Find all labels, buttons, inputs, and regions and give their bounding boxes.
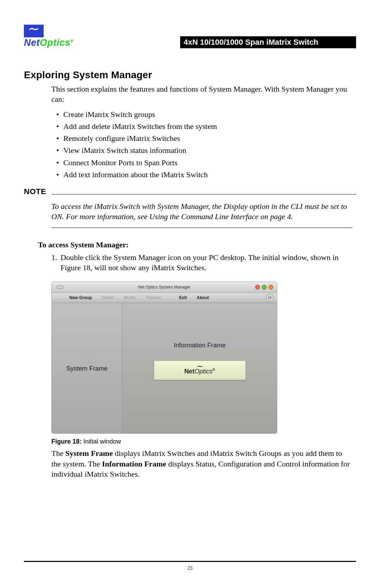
figure-caption: Figure 18: Initial window [51, 438, 353, 445]
figure-18: Net Optics System Manager New Group Dele… [51, 281, 353, 445]
toolbar: New Group Delete Modify Refresh Exit Abo… [52, 293, 277, 303]
logo-text: NetOptics® [24, 37, 74, 48]
note-body: To access the iMatrix Switch with System… [51, 201, 353, 222]
steps-wrap: Double click the System Manager icon on … [51, 252, 353, 479]
about-button[interactable]: About [197, 295, 209, 300]
close-icon[interactable] [255, 285, 260, 290]
page-number: 23 [0, 565, 380, 571]
access-heading: To access System Manager: [38, 240, 353, 250]
section-body: This section explains the features and f… [51, 84, 353, 181]
logo-optics: Optics® [40, 37, 74, 48]
window-handle-icon [56, 285, 64, 289]
badge-net: Net [184, 368, 195, 375]
information-frame-label: Information Frame [174, 342, 226, 349]
step-item: Double click the System Manager icon on … [59, 252, 353, 273]
note-top-rule [52, 194, 356, 194]
note-label: Note [24, 187, 46, 196]
list-item: Remotely configure iMatrix Switches [51, 132, 353, 144]
tilde-icon: ∼ [197, 365, 203, 368]
tilde-icon: ∼ [24, 25, 44, 37]
figure-caption-text: Initial window [82, 438, 121, 445]
text-fragment: The [51, 449, 65, 458]
zoom-icon[interactable] [268, 285, 273, 290]
logo-net: Net [24, 37, 40, 48]
note-heading-row: Note [24, 187, 356, 196]
exit-button[interactable]: Exit [179, 295, 187, 300]
window-buttons [255, 285, 273, 290]
feature-list: Create iMatrix Switch groups Add and del… [51, 109, 353, 181]
figure-caption-number: Figure 18: [51, 438, 82, 445]
footer-rule [24, 561, 356, 562]
netoptics-logo: ∼ NetOptics® [24, 25, 74, 48]
product-title-bar: 4xN 10/100/1000 Span iMatrix Switch [180, 36, 356, 48]
minimize-icon[interactable] [262, 285, 267, 290]
after-figure-paragraph: The System Frame displays iMatrix Switch… [51, 448, 353, 479]
badge-brand: NetOptics® [184, 368, 215, 375]
list-item: Create iMatrix Switch groups [51, 109, 353, 120]
new-group-button[interactable]: New Group [69, 295, 92, 300]
information-frame-panel: Information Frame ∼ NetOptics® [122, 303, 277, 434]
page-header: ∼ NetOptics® 4xN 10/100/1000 Span iMatri… [24, 25, 356, 48]
modify-button[interactable]: Modify [124, 295, 136, 300]
window-titlebar: Net Optics System Manager [52, 282, 277, 293]
access-section: To access System Manager: [38, 240, 353, 250]
refresh-button[interactable]: Refresh [146, 295, 161, 300]
system-frame-panel: System Frame [52, 303, 122, 434]
reload-icon[interactable]: ⟳ [266, 294, 273, 301]
netoptics-badge: ∼ NetOptics® [154, 360, 246, 380]
steps-list: Double click the System Manager icon on … [51, 252, 353, 273]
intro-paragraph: This section explains the features and f… [51, 84, 353, 104]
note-bottom-rule [51, 228, 353, 228]
list-item: View iMatrix Switch status information [51, 144, 353, 156]
app-body: System Frame Information Frame ∼ NetOpti… [52, 303, 277, 434]
section-title: Exploring System Manager [24, 69, 356, 81]
page: ∼ NetOptics® 4xN 10/100/1000 Span iMatri… [0, 0, 380, 588]
list-item: Add and delete iMatrix Switches from the… [51, 120, 353, 132]
window-title: Net Optics System Manager [138, 285, 191, 290]
system-frame-label: System Frame [66, 365, 107, 372]
list-item: Connect Monitor Ports to Span Ports [51, 157, 353, 169]
note-text: To access the iMatrix Switch with System… [51, 201, 353, 222]
system-frame-term: System Frame [65, 449, 113, 458]
badge-optics: Optics [195, 368, 213, 375]
delete-button[interactable]: Delete [102, 295, 114, 300]
information-frame-term: Information Frame [102, 459, 166, 468]
list-item: Add text information about the iMatrix S… [51, 169, 353, 181]
system-manager-window: Net Optics System Manager New Group Dele… [51, 281, 277, 434]
